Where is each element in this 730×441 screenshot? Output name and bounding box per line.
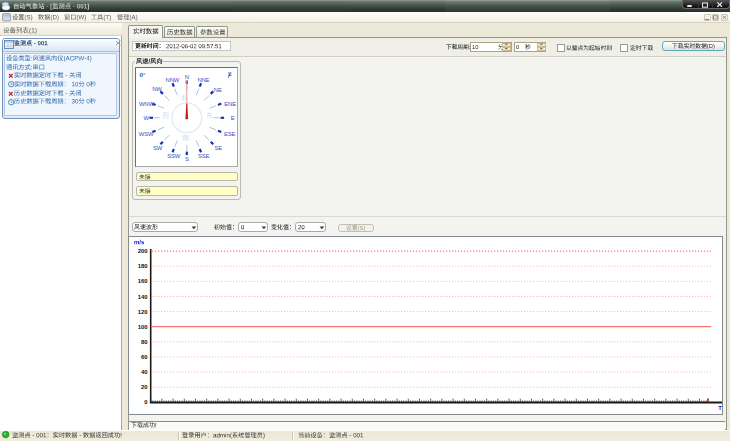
svg-text:W: W	[143, 114, 149, 120]
svg-text:120: 120	[138, 308, 149, 314]
svg-text:T: T	[718, 404, 722, 410]
svg-text:NNE: NNE	[197, 76, 209, 82]
svg-text:200: 200	[138, 248, 149, 254]
svg-text:0°: 0°	[139, 71, 145, 78]
svg-text:0: 0	[144, 399, 148, 405]
svg-text:180: 180	[138, 263, 149, 269]
svg-text:NW: NW	[152, 86, 162, 92]
svg-text:WSW: WSW	[138, 131, 153, 137]
svg-text:E: E	[230, 114, 234, 120]
svg-text:WNW: WNW	[138, 100, 153, 106]
svg-text:140: 140	[138, 293, 149, 299]
svg-text:40: 40	[141, 369, 148, 375]
svg-text:SW: SW	[153, 145, 163, 151]
svg-text:160: 160	[138, 278, 149, 284]
svg-text:ENE: ENE	[224, 100, 236, 106]
svg-text:NE: NE	[213, 86, 221, 92]
svg-text:20: 20	[141, 384, 148, 390]
svg-text:SE: SE	[214, 145, 222, 151]
svg-text:80: 80	[141, 338, 148, 344]
svg-text:S: S	[184, 156, 188, 162]
svg-text:ESE: ESE	[223, 131, 235, 137]
svg-text:SSE: SSE	[198, 153, 210, 159]
svg-text:SSW: SSW	[167, 153, 181, 159]
svg-text:100: 100	[138, 323, 149, 329]
svg-text:NNW: NNW	[165, 76, 179, 82]
svg-text:N: N	[184, 74, 188, 80]
svg-text:60: 60	[141, 354, 148, 360]
